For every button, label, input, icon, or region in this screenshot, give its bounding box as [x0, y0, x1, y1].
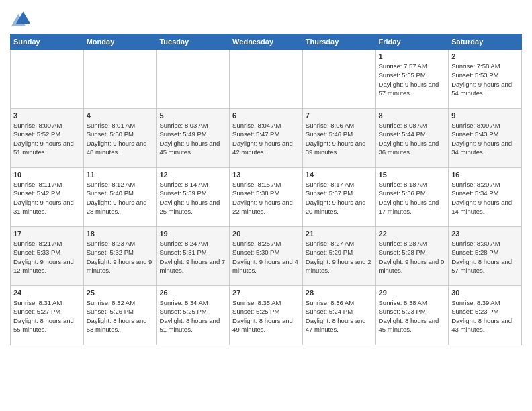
calendar-cell: 27Sunrise: 8:35 AM Sunset: 5:25 PM Dayli… [230, 286, 303, 345]
day-info: Sunrise: 7:57 AM Sunset: 5:55 PM Dayligh… [379, 62, 446, 97]
weekday-header-saturday: Saturday [449, 34, 522, 50]
calendar-week-2: 3Sunrise: 8:00 AM Sunset: 5:52 PM Daylig… [11, 109, 522, 168]
calendar-cell: 20Sunrise: 8:25 AM Sunset: 5:30 PM Dayli… [230, 227, 303, 286]
calendar-cell: 25Sunrise: 8:32 AM Sunset: 5:26 PM Dayli… [83, 286, 157, 345]
calendar-cell: 8Sunrise: 8:08 AM Sunset: 5:44 PM Daylig… [375, 109, 449, 168]
day-info: Sunrise: 8:27 AM Sunset: 5:29 PM Dayligh… [306, 239, 373, 275]
day-number: 29 [379, 289, 446, 297]
day-info: Sunrise: 8:24 AM Sunset: 5:31 PM Dayligh… [159, 239, 226, 275]
day-number: 13 [232, 171, 300, 179]
calendar-cell: 29Sunrise: 8:38 AM Sunset: 5:23 PM Dayli… [375, 286, 449, 345]
day-info: Sunrise: 8:28 AM Sunset: 5:28 PM Dayligh… [379, 239, 446, 275]
calendar-cell: 6Sunrise: 8:04 AM Sunset: 5:47 PM Daylig… [230, 109, 303, 168]
weekday-header-sunday: Sunday [11, 34, 84, 50]
day-info: Sunrise: 8:34 AM Sunset: 5:25 PM Dayligh… [159, 298, 226, 334]
day-number: 3 [13, 111, 81, 120]
day-number: 21 [306, 230, 373, 238]
calendar-cell: 28Sunrise: 8:36 AM Sunset: 5:24 PM Dayli… [302, 286, 375, 345]
day-number: 5 [159, 111, 226, 120]
day-info: Sunrise: 8:32 AM Sunset: 5:26 PM Dayligh… [87, 298, 154, 334]
weekday-header-thursday: Thursday [302, 34, 375, 50]
day-number: 23 [451, 230, 519, 238]
calendar-cell: 23Sunrise: 8:30 AM Sunset: 5:28 PM Dayli… [449, 227, 522, 286]
calendar-cell: 17Sunrise: 8:21 AM Sunset: 5:33 PM Dayli… [11, 227, 84, 286]
day-number: 30 [451, 289, 519, 297]
calendar-table: SundayMondayTuesdayWednesdayThursdayFrid… [10, 34, 522, 345]
page-header [10, 7, 522, 28]
day-number: 12 [159, 171, 226, 179]
day-number: 1 [379, 52, 446, 60]
logo-icon [11, 9, 30, 28]
day-number: 24 [13, 289, 81, 297]
day-info: Sunrise: 8:12 AM Sunset: 5:40 PM Dayligh… [87, 180, 154, 216]
day-info: Sunrise: 8:09 AM Sunset: 5:43 PM Dayligh… [451, 121, 519, 156]
logo [10, 9, 30, 28]
calendar-cell [83, 50, 157, 109]
day-info: Sunrise: 8:31 AM Sunset: 5:27 PM Dayligh… [13, 298, 81, 334]
calendar-cell: 5Sunrise: 8:03 AM Sunset: 5:49 PM Daylig… [157, 109, 230, 168]
day-number: 15 [379, 171, 446, 179]
calendar-cell: 13Sunrise: 8:15 AM Sunset: 5:38 PM Dayli… [230, 168, 303, 227]
day-number: 2 [451, 52, 519, 60]
calendar-header: SundayMondayTuesdayWednesdayThursdayFrid… [11, 34, 522, 50]
calendar-cell: 3Sunrise: 8:00 AM Sunset: 5:52 PM Daylig… [11, 109, 84, 168]
day-number: 28 [306, 289, 373, 297]
day-number: 6 [232, 111, 300, 120]
day-number: 4 [87, 111, 154, 120]
calendar-cell: 9Sunrise: 8:09 AM Sunset: 5:43 PM Daylig… [449, 109, 522, 168]
day-info: Sunrise: 8:25 AM Sunset: 5:30 PM Dayligh… [232, 239, 300, 275]
calendar-cell: 22Sunrise: 8:28 AM Sunset: 5:28 PM Dayli… [375, 227, 449, 286]
weekday-header-friday: Friday [375, 34, 449, 50]
day-info: Sunrise: 7:58 AM Sunset: 5:53 PM Dayligh… [451, 62, 519, 97]
day-info: Sunrise: 8:15 AM Sunset: 5:38 PM Dayligh… [232, 180, 300, 216]
day-info: Sunrise: 8:21 AM Sunset: 5:33 PM Dayligh… [13, 239, 81, 275]
calendar-cell: 1Sunrise: 7:57 AM Sunset: 5:55 PM Daylig… [375, 50, 449, 109]
day-info: Sunrise: 8:23 AM Sunset: 5:32 PM Dayligh… [87, 239, 154, 275]
day-info: Sunrise: 8:39 AM Sunset: 5:23 PM Dayligh… [451, 298, 519, 334]
day-number: 10 [13, 171, 81, 179]
calendar-cell: 12Sunrise: 8:14 AM Sunset: 5:39 PM Dayli… [157, 168, 230, 227]
day-info: Sunrise: 8:35 AM Sunset: 5:25 PM Dayligh… [232, 298, 300, 334]
day-number: 8 [379, 111, 446, 120]
calendar-body: 1Sunrise: 7:57 AM Sunset: 5:55 PM Daylig… [11, 50, 522, 345]
day-number: 27 [232, 289, 300, 297]
calendar-cell: 30Sunrise: 8:39 AM Sunset: 5:23 PM Dayli… [449, 286, 522, 345]
calendar-cell: 14Sunrise: 8:17 AM Sunset: 5:37 PM Dayli… [302, 168, 375, 227]
day-info: Sunrise: 8:01 AM Sunset: 5:50 PM Dayligh… [87, 121, 154, 156]
day-info: Sunrise: 8:30 AM Sunset: 5:28 PM Dayligh… [451, 239, 519, 275]
weekday-header-tuesday: Tuesday [157, 34, 230, 50]
day-number: 7 [306, 111, 373, 120]
day-info: Sunrise: 8:36 AM Sunset: 5:24 PM Dayligh… [306, 298, 373, 334]
day-number: 25 [87, 289, 154, 297]
calendar-cell [230, 50, 303, 109]
calendar-cell: 24Sunrise: 8:31 AM Sunset: 5:27 PM Dayli… [11, 286, 84, 345]
day-number: 22 [379, 230, 446, 238]
day-number: 26 [159, 289, 226, 297]
calendar-cell [157, 50, 230, 109]
weekday-header-wednesday: Wednesday [230, 34, 303, 50]
weekday-header-row: SundayMondayTuesdayWednesdayThursdayFrid… [11, 34, 522, 50]
calendar-cell [302, 50, 375, 109]
day-info: Sunrise: 8:20 AM Sunset: 5:34 PM Dayligh… [451, 180, 519, 216]
day-info: Sunrise: 8:04 AM Sunset: 5:47 PM Dayligh… [232, 121, 300, 156]
day-number: 17 [13, 230, 81, 238]
calendar-week-1: 1Sunrise: 7:57 AM Sunset: 5:55 PM Daylig… [11, 50, 522, 109]
calendar-cell: 19Sunrise: 8:24 AM Sunset: 5:31 PM Dayli… [157, 227, 230, 286]
day-number: 18 [87, 230, 154, 238]
day-info: Sunrise: 8:00 AM Sunset: 5:52 PM Dayligh… [13, 121, 81, 156]
day-info: Sunrise: 8:17 AM Sunset: 5:37 PM Dayligh… [306, 180, 373, 216]
day-number: 9 [451, 111, 519, 120]
day-info: Sunrise: 8:18 AM Sunset: 5:36 PM Dayligh… [379, 180, 446, 216]
day-number: 19 [159, 230, 226, 238]
day-number: 16 [451, 171, 519, 179]
calendar-cell: 18Sunrise: 8:23 AM Sunset: 5:32 PM Dayli… [83, 227, 157, 286]
day-number: 11 [87, 171, 154, 179]
calendar-week-4: 17Sunrise: 8:21 AM Sunset: 5:33 PM Dayli… [11, 227, 522, 286]
day-info: Sunrise: 8:03 AM Sunset: 5:49 PM Dayligh… [159, 121, 226, 156]
calendar-cell: 4Sunrise: 8:01 AM Sunset: 5:50 PM Daylig… [83, 109, 157, 168]
day-info: Sunrise: 8:08 AM Sunset: 5:44 PM Dayligh… [379, 121, 446, 156]
calendar-cell: 15Sunrise: 8:18 AM Sunset: 5:36 PM Dayli… [375, 168, 449, 227]
calendar-cell: 16Sunrise: 8:20 AM Sunset: 5:34 PM Dayli… [449, 168, 522, 227]
day-number: 20 [232, 230, 300, 238]
calendar-cell: 21Sunrise: 8:27 AM Sunset: 5:29 PM Dayli… [302, 227, 375, 286]
